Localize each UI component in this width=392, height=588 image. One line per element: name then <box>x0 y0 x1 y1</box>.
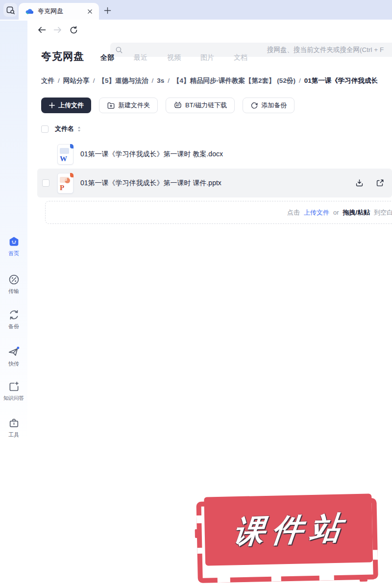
tab-document[interactable]: 文档 <box>234 53 247 62</box>
breadcrumb-item[interactable]: 文件 <box>41 77 54 84</box>
tab-image[interactable]: 图片 <box>200 53 214 62</box>
breadcrumb-separator: / <box>299 77 301 84</box>
breadcrumb: 文件/网站分享/【5】道德与法治/3s/【4】精品同步-课件教案【第2套】 (5… <box>41 76 392 85</box>
sidebar-item-backup[interactable]: 备份 <box>0 309 27 330</box>
sidebar-item-home[interactable]: 首页 <box>0 236 27 257</box>
row-checkbox[interactable] <box>42 179 49 187</box>
back-button[interactable] <box>36 25 48 35</box>
watermark-stamp: 课件站 <box>196 491 380 583</box>
sidebar: 首页 传输 备份 快传 知识问答 <box>0 21 27 588</box>
navigation-toolbar: 搜网盘、搜当前文件夹或搜全网(Ctrl + F <box>0 20 392 40</box>
file-row-pptx[interactable]: P 01第一课《学习伴我成长》第一课时 课件.pptx <box>37 169 392 197</box>
column-filename[interactable]: 文件名 <box>55 124 74 133</box>
tab-close-button[interactable] <box>85 7 94 16</box>
tab-title: 夸克网盘 <box>38 7 85 16</box>
word-file-icon: W <box>57 144 74 165</box>
select-all-checkbox[interactable] <box>41 125 49 133</box>
sync-icon <box>8 309 20 321</box>
breadcrumb-separator: / <box>58 77 60 84</box>
bt-download-icon: BT <box>173 101 182 110</box>
forward-arrow-icon <box>52 25 63 34</box>
breadcrumb-item[interactable]: 【4】精品同步-课件教案【第2套】 (52份) <box>173 77 295 84</box>
breadcrumb-separator: / <box>93 77 95 84</box>
sort-icon[interactable] <box>77 126 81 132</box>
sidebar-label: 知识问答 <box>0 395 27 402</box>
ppt-file-icon: P <box>57 173 74 194</box>
bt-download-label: BT/磁力链下载 <box>185 101 227 110</box>
breadcrumb-separator: / <box>152 77 154 84</box>
upload-hint-text: 点击上传文件or拖拽/粘贴到空白处 <box>287 201 392 223</box>
back-arrow-icon <box>37 25 47 34</box>
download-button[interactable] <box>354 178 365 189</box>
sidebar-label: 工具 <box>0 431 27 439</box>
forward-button[interactable] <box>51 25 63 35</box>
tab-search-icon <box>6 5 15 15</box>
upload-drop-zone[interactable]: 点击上传文件or拖拽/粘贴到空白处 <box>45 201 392 224</box>
stamp-border <box>196 498 378 583</box>
folder-plus-icon <box>107 101 115 110</box>
transfer-icon <box>8 273 20 286</box>
new-tab-button[interactable] <box>102 5 113 16</box>
plus-icon <box>104 7 111 14</box>
search-placeholder: 搜网盘、搜当前文件夹或搜全网(Ctrl + F <box>267 43 384 57</box>
browser-tab[interactable]: 夸克网盘 <box>19 3 99 20</box>
download-icon <box>355 178 364 188</box>
backup-circle-icon <box>250 101 258 109</box>
file-row-docx[interactable]: W 01第一课《学习伴我成长》第一课时 教案.docx <box>37 140 392 169</box>
sidebar-label: 传输 <box>0 288 27 295</box>
upload-file-label: 上传文件 <box>58 101 84 110</box>
tab-video[interactable]: 视频 <box>167 53 181 62</box>
breadcrumb-separator: / <box>168 77 170 84</box>
svg-text:BT: BT <box>176 104 180 107</box>
row-hover-tools <box>344 169 385 197</box>
sidebar-item-transfer[interactable]: 传输 <box>0 273 27 295</box>
bt-magnet-download-button[interactable]: BT BT/磁力链下载 <box>166 98 235 113</box>
app-logo: 夸克网盘 <box>41 49 84 63</box>
action-bar: 上传文件 新建文件夹 BT BT/磁力链下载 添加备份 <box>41 98 302 113</box>
tab-search-button[interactable] <box>3 3 17 17</box>
watermark-text: 课件站 <box>226 506 350 554</box>
close-icon <box>87 9 93 14</box>
stamp-body: 课件站 <box>204 493 373 565</box>
file-name[interactable]: 01第一课《学习伴我成长》第一课时 课件.pptx <box>80 179 221 188</box>
sidebar-label: 首页 <box>0 250 27 257</box>
breadcrumb-item[interactable]: 网站分享 <box>63 77 90 84</box>
open-external-icon <box>375 178 385 188</box>
add-backup-button[interactable]: 添加备份 <box>243 98 294 113</box>
upload-link[interactable]: 上传文件 <box>304 209 329 216</box>
sidebar-item-quick-send[interactable]: 快传 <box>0 345 27 368</box>
filter-tabs: 全部 最近 视频 图片 文档 <box>100 53 267 62</box>
hint-or: or <box>333 209 339 216</box>
add-backup-label: 添加备份 <box>261 101 287 110</box>
file-list-header: 文件名 <box>41 124 81 133</box>
breadcrumb-item[interactable]: 3s <box>157 77 164 84</box>
paper-plane-icon <box>7 345 20 358</box>
home-icon <box>8 236 20 248</box>
hint-click: 点击 <box>287 209 300 216</box>
new-folder-label: 新建文件夹 <box>118 101 150 110</box>
tab-recent[interactable]: 最近 <box>134 53 147 62</box>
upload-file-button[interactable]: 上传文件 <box>41 98 91 113</box>
file-name[interactable]: 01第一课《学习伴我成长》第一课时 教案.docx <box>80 150 223 159</box>
file-list: W 01第一课《学习伴我成长》第一课时 教案.docx P 01第一课《学习伴我… <box>37 140 392 197</box>
refresh-button[interactable] <box>68 25 79 35</box>
hint-suffix: 到空白处 <box>374 209 392 216</box>
breadcrumb-current: 01第一课《学习伴我成长 <box>304 77 378 84</box>
tab-all[interactable]: 全部 <box>100 53 114 62</box>
sidebar-label: 快传 <box>0 360 27 368</box>
sidebar-label: 备份 <box>0 323 27 330</box>
breadcrumb-item[interactable]: 【5】道德与法治 <box>98 77 148 84</box>
sidebar-item-tools[interactable]: 工具 <box>0 417 27 439</box>
browser-tab-bar: 夸克网盘 <box>0 0 392 20</box>
open-external-button[interactable] <box>374 178 385 189</box>
knowledge-box-icon <box>8 381 20 393</box>
sidebar-item-knowledge-qa[interactable]: 知识问答 <box>0 381 27 402</box>
refresh-icon <box>69 25 78 35</box>
hint-drag: 拖拽/粘贴 <box>343 209 370 216</box>
quark-logo-icon <box>25 7 33 16</box>
toolbox-icon <box>8 417 20 429</box>
new-folder-button[interactable]: 新建文件夹 <box>99 98 158 113</box>
plus-icon <box>49 102 55 109</box>
